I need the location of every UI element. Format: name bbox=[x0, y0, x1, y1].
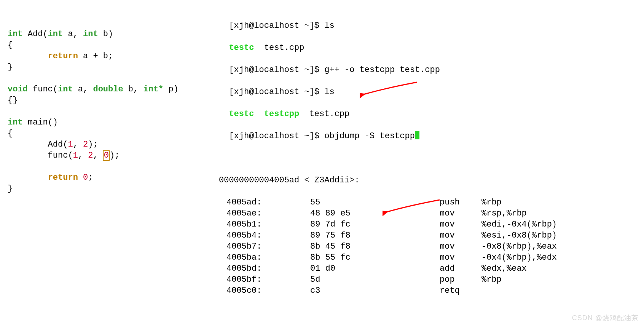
executable-name: testcpp bbox=[264, 109, 299, 119]
code-line: } bbox=[8, 184, 13, 193]
code-line: { bbox=[8, 129, 13, 138]
terminal-line: [xjh@localhost ~]$ objdump -S testcpp bbox=[219, 131, 567, 142]
asm-address: 4005b7: bbox=[219, 241, 310, 252]
terminal-line: [xjh@localhost ~]$ ls bbox=[219, 20, 567, 31]
asm-operands: %rbp bbox=[481, 274, 502, 285]
asm-hex: c3 bbox=[310, 285, 440, 296]
asm-row: 4005c0:c3retq bbox=[219, 285, 567, 296]
number-literal: 1 bbox=[73, 151, 78, 160]
asm-mnemonic: mov bbox=[440, 208, 481, 219]
executable-name: testc bbox=[229, 109, 254, 119]
number-literal: 2 bbox=[88, 151, 93, 160]
asm-mnemonic: mov bbox=[440, 241, 481, 252]
keyword-double: double bbox=[93, 85, 123, 94]
code-line: {} bbox=[8, 96, 18, 105]
code-line: Add(1, 2); bbox=[8, 140, 98, 149]
asm-row: 4005ba:8b 55 fcmov-0x4(%rbp),%edx bbox=[219, 252, 567, 263]
asm-row: 4005b4:89 75 f8mov%esi,-0x8(%rbp) bbox=[219, 230, 567, 241]
asm-hex: 89 75 f8 bbox=[310, 230, 440, 241]
asm-hex: 8b 45 f8 bbox=[310, 241, 440, 252]
asm-hex: 89 7d fc bbox=[310, 219, 440, 230]
asm-operands: %edi,-0x4(%rbp) bbox=[481, 219, 557, 230]
asm-operands: -0x4(%rbp),%edx bbox=[481, 252, 557, 263]
asm-address: 4005bf: bbox=[219, 274, 310, 285]
asm-hex: 48 89 e5 bbox=[310, 208, 440, 219]
terminal-cursor bbox=[415, 131, 419, 139]
asm-address: 4005b4: bbox=[219, 230, 310, 241]
keyword-int: int bbox=[83, 29, 98, 39]
keyword-int: int bbox=[58, 85, 73, 94]
asm-operands: %edx,%eax bbox=[481, 263, 527, 274]
code-line: void func(int a, double b, int* p) bbox=[8, 85, 179, 94]
code-line: { bbox=[8, 40, 13, 50]
terminal-block: [xjh@localhost ~]$ ls testc test.cpp [xj… bbox=[219, 9, 567, 324]
symbol-header: 00000000004005ad <_Z3Addii>: bbox=[219, 175, 567, 186]
asm-mnemonic: retq bbox=[440, 285, 481, 296]
asm-operands: %rbp bbox=[481, 197, 502, 208]
terminal-output: testc test.cpp bbox=[219, 42, 567, 53]
number-literal: 0 bbox=[83, 173, 88, 182]
code-line: int main() bbox=[8, 118, 58, 127]
asm-operands: %esi,-0x8(%rbp) bbox=[481, 230, 557, 241]
asm-row: 4005b1:89 7d fcmov%edi,-0x4(%rbp) bbox=[219, 219, 567, 230]
asm-row: 4005bd:01 d0add%edx,%eax bbox=[219, 263, 567, 274]
asm-operands: -0x8(%rbp),%eax bbox=[481, 241, 557, 252]
executable-name: testc bbox=[229, 43, 254, 53]
asm-mnemonic: mov bbox=[440, 219, 481, 230]
number-literal: 2 bbox=[83, 140, 88, 149]
boxed-zero: 0 bbox=[103, 150, 110, 161]
keyword-int: int bbox=[8, 118, 23, 127]
asm-mnemonic: add bbox=[440, 263, 481, 274]
asm-mnemonic: mov bbox=[440, 230, 481, 241]
asm-address: 4005b1: bbox=[219, 219, 310, 230]
terminal-line: [xjh@localhost ~]$ g++ -o testcpp test.c… bbox=[219, 64, 567, 75]
asm-address: 4005bd: bbox=[219, 263, 310, 274]
code-line: return a + b; bbox=[8, 51, 113, 61]
asm-row: 4005ae:48 89 e5mov%rsp,%rbp bbox=[219, 208, 567, 219]
asm-operands: %rsp,%rbp bbox=[481, 208, 527, 219]
terminal-output: testc testcpp test.cpp bbox=[219, 109, 567, 120]
keyword-int: int bbox=[8, 29, 23, 39]
number-literal: 1 bbox=[68, 140, 73, 149]
asm-address: 4005ad: bbox=[219, 197, 310, 208]
asm-address: 4005ba: bbox=[219, 252, 310, 263]
code-line: } bbox=[8, 62, 13, 72]
asm-hex: 5d bbox=[310, 274, 440, 285]
asm-row: 4005bf:5dpop%rbp bbox=[219, 274, 567, 285]
terminal-line: [xjh@localhost ~]$ ls bbox=[219, 86, 567, 97]
keyword-int: int bbox=[48, 29, 63, 39]
asm-row: 4005ad:55push%rbp bbox=[219, 197, 567, 208]
keyword-return: return bbox=[48, 173, 78, 182]
keyword-int-ptr: int* bbox=[143, 85, 163, 94]
asm-address: 4005ae: bbox=[219, 208, 310, 219]
asm-address: 4005c0: bbox=[219, 285, 310, 296]
asm-block-add: 4005ad:55push%rbp4005ae:48 89 e5mov%rsp,… bbox=[219, 197, 567, 296]
code-line: return 0; bbox=[8, 173, 93, 182]
asm-hex: 01 d0 bbox=[310, 263, 440, 274]
keyword-return: return bbox=[48, 51, 78, 61]
asm-row: 4005b7:8b 45 f8mov-0x8(%rbp),%eax bbox=[219, 241, 567, 252]
asm-mnemonic: mov bbox=[440, 252, 481, 263]
watermark: CSDN @烧鸡配油茶 bbox=[572, 313, 639, 322]
asm-hex: 55 bbox=[310, 197, 440, 208]
asm-hex: 8b 55 fc bbox=[310, 252, 440, 263]
source-code-block: int Add(int a, int b) { return a + b; } … bbox=[8, 18, 206, 194]
code-line: int Add(int a, int b) bbox=[8, 29, 113, 39]
asm-mnemonic: push bbox=[440, 197, 481, 208]
asm-mnemonic: pop bbox=[440, 274, 481, 285]
keyword-void: void bbox=[8, 85, 28, 94]
code-line: func(1, 2, 0); bbox=[8, 150, 120, 161]
